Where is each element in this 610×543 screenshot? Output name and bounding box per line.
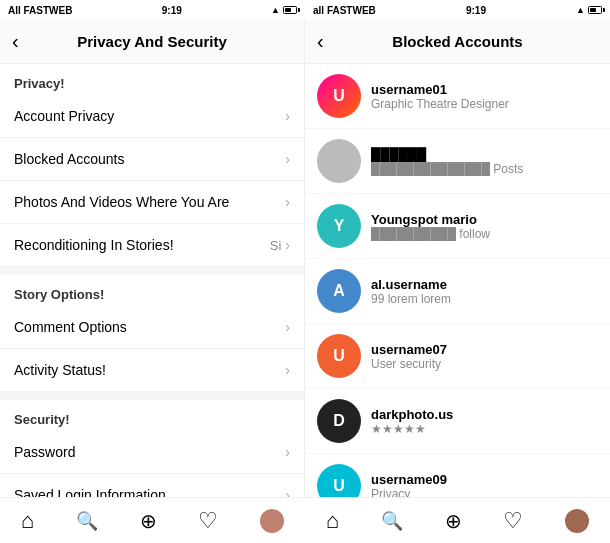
nav-avatar-right[interactable] [565,509,589,533]
carrier-right: all FASTWEB [313,5,376,16]
nav-search-right[interactable]: 🔍 [381,510,403,532]
left-menu-list: Privacy! Account Privacy › Blocked Accou… [0,64,304,497]
avatar: Y [317,204,361,248]
blocked-fullname: Graphic Theatre Designer [371,97,598,111]
right-panel-title: Blocked Accounts [392,33,522,50]
wifi-icon: ▲ [271,5,280,15]
menu-item-label: Account Privacy [14,108,114,124]
menu-item-password[interactable]: Password › [0,431,304,474]
blocked-list: Uusername01Graphic Theatre Designer█████… [305,64,610,497]
menu-item-comment-options[interactable]: Comment Options › [0,306,304,349]
blocked-username: al.username [371,277,598,292]
nav-home-right[interactable]: ⌂ [326,508,339,534]
chevron-icon: › [285,237,290,253]
blocked-info: username09Privacy [371,472,598,498]
blocked-item[interactable]: Uusername07User security [305,324,610,389]
menu-item-label: Reconditioning In Stories! [14,237,174,253]
blocked-info: al.username99 lorem lorem [371,277,598,306]
menu-item-saved-login[interactable]: Saved Login Information › [0,474,304,497]
nav-avatar-left[interactable] [260,509,284,533]
menu-item-label: Photos And Videos Where You Are [14,194,229,210]
chevron-icon: › [285,151,290,167]
status-icons-right: ▲ [576,5,602,15]
menu-item-account-privacy[interactable]: Account Privacy › [0,95,304,138]
nav-home-left[interactable]: ⌂ [21,508,34,534]
back-arrow-right[interactable]: ‹ [317,30,324,53]
section-separator [0,267,304,275]
battery-icon-left [283,6,297,14]
chevron-icon: › [285,108,290,124]
blocked-info: Youngspot mario██████████ follow [371,212,598,241]
left-panel-title: Privacy And Security [77,33,227,50]
blocked-info: darkphoto.us★★★★★ [371,407,598,436]
blocked-fullname: User security [371,357,598,371]
chevron-icon: › [285,194,290,210]
blocked-info: username01Graphic Theatre Designer [371,82,598,111]
blocked-item[interactable]: Uusername09Privacy [305,454,610,497]
nav-heart-left[interactable]: ♡ [198,508,218,534]
bottom-nav-right: ⌂ 🔍 ⊕ ♡ [305,497,610,543]
blocked-item[interactable]: Ddarkphoto.us★★★★★ [305,389,610,454]
section-label-privacy: Privacy! [0,64,304,95]
avatar: U [317,74,361,118]
blocked-info: ████████████████████ Posts [371,147,598,176]
blocked-username: username07 [371,342,598,357]
menu-item-label: Activity Status! [14,362,106,378]
status-bar-right: all FASTWEB 9:19 ▲ [305,0,610,20]
blocked-item[interactable]: Aal.username99 lorem lorem [305,259,610,324]
avatar [317,139,361,183]
blocked-username: ██████ [371,147,598,162]
avatar: U [317,334,361,378]
left-panel: ‹ Privacy And Security Privacy! Account … [0,20,305,497]
menu-item-label: Blocked Accounts [14,151,125,167]
time-right: 9:19 [466,5,486,16]
right-panel-header: ‹ Blocked Accounts [305,20,610,64]
blocked-fullname: Privacy [371,487,598,498]
blocked-fullname: ★★★★★ [371,422,598,436]
blocked-info: username07User security [371,342,598,371]
blocked-item[interactable]: YYoungspot mario██████████ follow [305,194,610,259]
chevron-icon: › [285,362,290,378]
blocked-item[interactable]: ████████████████████ Posts [305,129,610,194]
right-panel: ‹ Blocked Accounts Uusername01Graphic Th… [305,20,610,497]
panels: ‹ Privacy And Security Privacy! Account … [0,20,610,497]
nav-add-left[interactable]: ⊕ [140,509,157,533]
nav-search-left[interactable]: 🔍 [76,510,98,532]
section-separator-2 [0,392,304,400]
blocked-username: Youngspot mario [371,212,598,227]
avatar: U [317,464,361,497]
nav-add-right[interactable]: ⊕ [445,509,462,533]
carrier-left: All FASTWEB [8,5,72,16]
status-bar-left: All FASTWEB 9:19 ▲ [0,0,305,20]
status-icons-left: ▲ [271,5,297,15]
section-label-security: Security! [0,400,304,431]
section-label-story: Story Options! [0,275,304,306]
menu-item-label: Saved Login Information [14,487,166,497]
menu-item-right: Si › [270,237,290,253]
menu-item-blocked-accounts[interactable]: Blocked Accounts › [0,138,304,181]
back-arrow-left[interactable]: ‹ [12,30,19,53]
menu-item-label: Comment Options [14,319,127,335]
bottom-nav-left: ⌂ 🔍 ⊕ ♡ [0,497,305,543]
menu-item-reconditioning[interactable]: Reconditioning In Stories! Si › [0,224,304,267]
left-panel-header: ‹ Privacy And Security [0,20,304,64]
menu-item-label: Password [14,444,75,460]
status-bar: All FASTWEB 9:19 ▲ all FASTWEB 9:19 ▲ [0,0,610,20]
time-left: 9:19 [162,5,182,16]
menu-item-activity-status[interactable]: Activity Status! › [0,349,304,392]
chevron-icon: › [285,319,290,335]
avatar: A [317,269,361,313]
blocked-username: username09 [371,472,598,487]
blocked-fullname: 99 lorem lorem [371,292,598,306]
chevron-icon: › [285,487,290,497]
battery-icon-right [588,6,602,14]
blocked-fullname: ██████████ follow [371,227,598,241]
chevron-icon: › [285,444,290,460]
reconditioning-value: Si [270,238,282,253]
bottom-nav: ⌂ 🔍 ⊕ ♡ ⌂ 🔍 ⊕ ♡ [0,497,610,543]
blocked-username: username01 [371,82,598,97]
menu-item-photos-videos[interactable]: Photos And Videos Where You Are › [0,181,304,224]
blocked-username: darkphoto.us [371,407,598,422]
blocked-item[interactable]: Uusername01Graphic Theatre Designer [305,64,610,129]
nav-heart-right[interactable]: ♡ [503,508,523,534]
